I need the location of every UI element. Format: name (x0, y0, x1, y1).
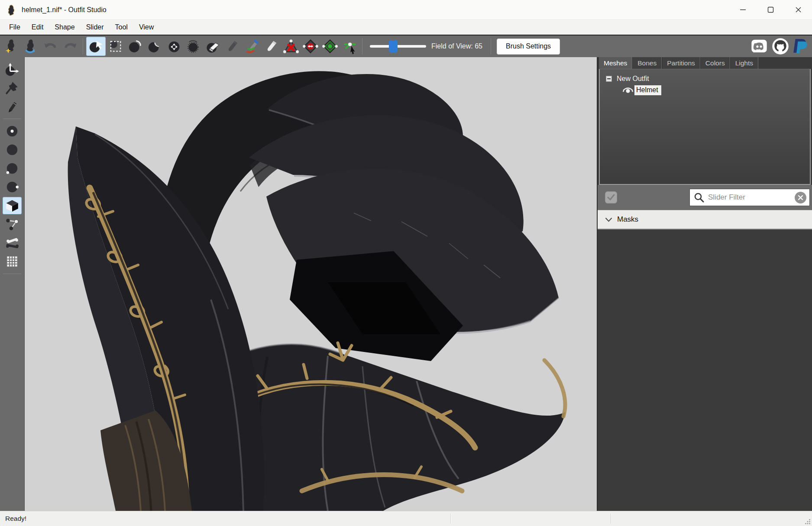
body-blue-arrow-icon (23, 39, 39, 54)
select-tool-button[interactable] (86, 37, 106, 56)
status-bar: Ready! (0, 511, 812, 526)
directional-light-2-toggle[interactable] (3, 160, 22, 177)
main-toolbar: Field of View: 65 Brush Settings (0, 35, 812, 57)
smooth-fuzzy-circle-icon (186, 39, 201, 54)
inflate-brush-button[interactable] (125, 37, 145, 56)
split-edge-button[interactable] (320, 37, 340, 56)
clear-filter-button[interactable] (795, 192, 806, 203)
collapse-vertex-button[interactable] (281, 37, 301, 56)
view-toolbar (0, 57, 25, 511)
discord-icon[interactable] (751, 38, 768, 55)
tab-meshes[interactable]: Meshes (598, 57, 632, 69)
circle-center-dot-icon (5, 124, 19, 139)
cursor-circle-icon (88, 39, 104, 54)
brush-settings-button[interactable]: Brush Settings (497, 39, 560, 55)
right-panel: Meshes Bones Partitions Colors Lights Ne… (597, 57, 812, 511)
tab-bones[interactable]: Bones (632, 57, 662, 69)
bones-icon (5, 236, 19, 250)
menu-slider[interactable]: Slider (81, 20, 110, 35)
meshes-tree: New Outfit Helmet (599, 69, 811, 185)
move-vertex-button[interactable] (340, 37, 359, 56)
github-icon[interactable] (772, 38, 789, 55)
field-of-view-label: Field of View: 65 (431, 42, 482, 50)
alpha-paint-brush-icon (264, 39, 279, 54)
close-button[interactable] (784, 0, 812, 19)
menu-tool[interactable]: Tool (110, 20, 133, 35)
tree-item-helmet[interactable]: Helmet (600, 84, 810, 96)
directional-light-1-toggle[interactable] (3, 141, 22, 158)
paypal-icon[interactable] (793, 38, 808, 55)
tab-colors[interactable]: Colors (700, 57, 730, 69)
helmet-mesh-render (25, 57, 597, 511)
tree-item-new-outfit[interactable]: New Outfit (600, 73, 810, 84)
alpha-brush-button[interactable] (262, 37, 281, 56)
tab-partitions[interactable]: Partitions (662, 57, 700, 69)
mask-brush-button[interactable] (106, 37, 125, 56)
resize-grip[interactable] (804, 518, 811, 525)
toolbar-separator (83, 38, 83, 55)
masks-section-header[interactable]: Masks (598, 210, 812, 229)
move-brush-button[interactable] (164, 37, 184, 56)
slider-filter-checkbox[interactable] (605, 191, 617, 203)
move-vertex-arrows-icon (342, 39, 357, 54)
pin-tool-button[interactable] (3, 79, 22, 97)
vertex-view-toggle[interactable] (3, 216, 22, 233)
circle-dot-bottom-left-icon (5, 161, 19, 176)
weight-brush-button[interactable] (223, 37, 242, 56)
load-project-button[interactable] (21, 37, 41, 56)
textured-view-toggle[interactable] (3, 197, 22, 214)
app-logo-icon (6, 3, 17, 16)
deflate-brush-button[interactable] (145, 37, 164, 56)
weight-paint-brush-icon (225, 39, 240, 54)
undo-arrow-icon (43, 39, 58, 54)
checkmark-icon (607, 194, 615, 201)
move-arrows-circle-icon (166, 39, 182, 54)
left-toolbar-separator (3, 274, 21, 274)
redo-button[interactable] (60, 37, 80, 56)
search-icon (694, 192, 704, 203)
slider-handle[interactable] (389, 40, 398, 53)
slider-filter-input[interactable] (707, 193, 793, 202)
directional-light-3-toggle[interactable] (3, 178, 22, 196)
viewport-3d[interactable] (25, 57, 597, 511)
visibility-eye-icon[interactable] (622, 87, 634, 94)
window-title: helmet_1.nif* - Outfit Studio (22, 6, 107, 14)
redo-arrow-icon (62, 39, 78, 54)
undo-button[interactable] (41, 37, 60, 56)
menu-edit[interactable]: Edit (26, 20, 49, 35)
split-edge-diamond-icon (322, 39, 338, 54)
pin-icon (5, 81, 19, 95)
collapse-vertex-triangle-icon (283, 39, 299, 54)
frontal-light-toggle[interactable] (3, 123, 22, 140)
maximize-button[interactable] (757, 0, 784, 19)
chevron-down-icon (605, 217, 612, 222)
color-brush-button[interactable] (242, 37, 262, 56)
bones-view-toggle[interactable] (3, 234, 22, 252)
menu-bar: File Edit Shape Slider Tool View (0, 20, 812, 35)
slider-filter-searchbox (689, 189, 810, 206)
minimize-button[interactable] (729, 0, 757, 19)
cube-icon (5, 198, 19, 213)
status-message: Ready! (0, 515, 26, 523)
pencil-icon (6, 100, 19, 113)
new-project-button[interactable] (2, 37, 21, 56)
collapse-expander-icon[interactable] (606, 76, 612, 82)
close-icon (795, 6, 802, 13)
pencil-tool-button[interactable] (3, 98, 22, 115)
field-of-view-slider[interactable] (370, 37, 426, 56)
vertex-edges-icon (5, 217, 19, 232)
maximize-icon (767, 6, 774, 13)
floor-grid-icon (5, 254, 19, 269)
flip-edge-button[interactable] (301, 37, 320, 56)
slider-groove (370, 45, 426, 48)
panel-tabs: Meshes Bones Partitions Colors Lights (598, 57, 812, 69)
menu-shape[interactable]: Shape (49, 20, 80, 35)
menu-file[interactable]: File (3, 20, 26, 35)
tab-lights[interactable]: Lights (730, 57, 758, 69)
undiff-brush-button[interactable] (203, 37, 223, 56)
menu-view[interactable]: View (133, 20, 159, 35)
body-star-icon (4, 39, 19, 54)
grid-view-toggle[interactable] (3, 253, 22, 270)
smooth-brush-button[interactable] (184, 37, 203, 56)
rotate-center-tool-button[interactable] (3, 61, 22, 78)
